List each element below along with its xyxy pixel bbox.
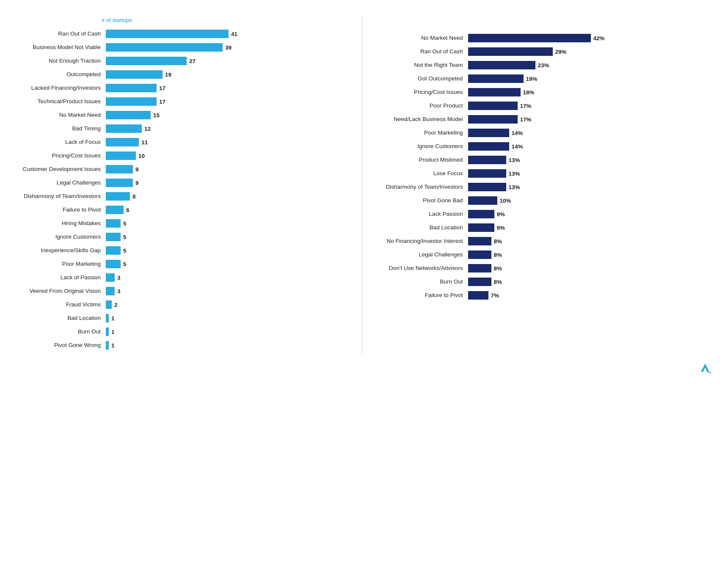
table-row: Customer Development Issues9 [17,164,349,175]
bar-track: 9% [468,223,711,232]
bar-value: 9 [135,166,139,173]
bar-fill [106,151,136,160]
bar-fill [468,88,521,96]
bar-label: Outcompeted [17,71,106,78]
bar-track: 2 [106,300,349,309]
bar-track: 18% [468,88,711,96]
bar-value: 6 [126,207,130,213]
brand-logo-icon: TM [699,362,711,374]
table-row: No Financing/Investor Interest8% [379,236,711,247]
table-row: Veered From Original Vision3 [17,286,349,297]
bar-track: 13% [468,169,711,178]
bar-value: 8% [494,238,502,245]
bar-track: 8 [106,192,349,201]
bar-value: 11 [141,139,148,146]
bar-label: Product Mistimed [379,156,468,164]
bar-track: 19% [468,74,711,83]
bar-track: 8% [468,264,711,272]
bar-fill [106,43,223,52]
bar-track: 8% [468,278,711,286]
bar-label: Pricing/Cost Issues [379,88,468,96]
bar-fill [106,300,112,309]
bar-value: 17% [520,103,532,109]
bar-value: 1 [111,329,115,335]
bar-label: Disharmony of Team/Investors [17,193,106,200]
table-row: Hiring Mistakes5 [17,218,349,229]
bar-fill [106,138,139,146]
table-row: Poor Marketing14% [379,127,711,138]
bar-track: 14% [468,129,711,137]
bar-fill [106,328,109,336]
bar-track: 12 [106,124,349,133]
bar-value: 1 [111,315,115,322]
bar-label: Disharmony of Team/Investors [379,183,468,191]
table-row: Failure to Pivot6 [17,204,349,215]
bar-label: Poor Marketing [379,129,468,137]
bar-label: Poor Product [379,102,468,110]
bar-fill [106,111,151,119]
table-row: Ran Out of Cash41 [17,28,349,39]
bar-label: Pricing/Cost Issues [17,152,106,160]
right-bars: No Market Need42%Ran Out of Cash29%Not t… [379,33,711,301]
bar-value: 13% [509,157,520,163]
bar-track: 6 [106,206,349,214]
bar-fill [106,97,157,106]
bar-value: 9% [497,211,505,217]
bar-fill [468,115,518,124]
bar-label: Ignore Customers [17,233,106,241]
bar-track: 10 [106,151,349,160]
table-row: Legal Challenges9 [17,177,349,188]
left-axis-label: # of startups [102,17,349,23]
bar-track: 17 [106,84,349,92]
table-row: Legal Challenges8% [379,249,711,260]
table-row: Ignore Customers14% [379,141,711,152]
bar-track: 14% [468,142,711,151]
bar-track: 10% [468,196,711,205]
table-row: Not Enough Traction27 [17,55,349,66]
bar-track: 29% [468,47,711,56]
bar-label: Bad Timing [17,125,106,132]
bar-label: Pivot Gone Bad [379,197,468,204]
bar-fill [106,179,133,187]
bar-label: Lose Focus [379,170,468,177]
bar-value: 5 [123,220,127,227]
bar-track: 9 [106,165,349,173]
bar-value: 19 [165,72,171,78]
bar-value: 19% [526,76,538,82]
bar-label: Burn Out [379,278,468,286]
bar-label: Bad Location [17,314,106,322]
bar-fill [106,233,121,241]
bar-fill [106,314,109,322]
bar-track: 13% [468,156,711,164]
bar-label: Veered From Original Vision [17,287,106,295]
bar-value: 8 [132,193,136,200]
bar-label: Pivot Gone Wrong [17,341,106,349]
bar-track: 42% [468,34,711,42]
bar-fill [106,165,133,173]
bar-fill [106,57,187,65]
bar-fill [106,219,121,228]
table-row: Lacked Financing/Investors17 [17,83,349,94]
bar-track: 1 [106,314,349,322]
bar-track: 5 [106,260,349,268]
bar-fill [468,210,494,218]
bar-track: 3 [106,273,349,282]
bar-fill [468,142,509,151]
bar-label: Lacked Financing/Investors [17,84,106,92]
bar-value: 2 [114,302,118,308]
bar-track: 1 [106,341,349,350]
table-row: Disharmony of Team/Investors8 [17,191,349,202]
table-row: Failure to Pivot7% [379,290,711,301]
bar-fill [106,124,142,133]
bar-track: 17 [106,97,349,106]
bar-value: 13% [509,184,520,190]
bar-label: Poor Marketing [17,260,106,268]
bar-track: 7% [468,291,711,300]
bar-label: Customer Development Issues [17,165,106,173]
bar-track: 5 [106,219,349,228]
table-row: Pricing/Cost Issues18% [379,87,711,98]
bar-value: 9% [497,225,505,231]
left-chart-panel: # of startups Ran Out of Cash41Business … [13,17,362,353]
table-row: Don't Use Networks/Advisors8% [379,263,711,274]
bar-label: Failure to Pivot [379,292,468,299]
